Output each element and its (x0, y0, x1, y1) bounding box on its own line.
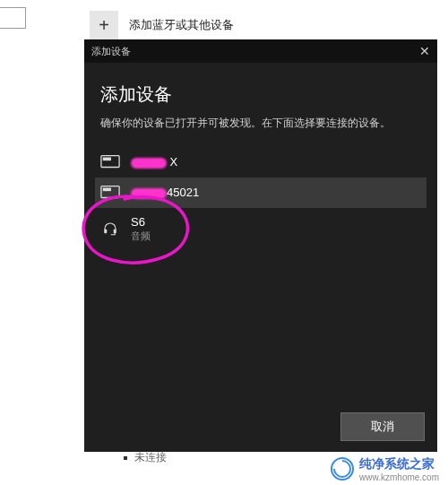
device-item-0[interactable]: X (95, 147, 426, 178)
device-name-0: X (131, 155, 177, 169)
svg-rect-4 (104, 230, 107, 234)
close-button[interactable]: ✕ (403, 44, 430, 58)
add-device-label: 添加蓝牙或其他设备 (129, 17, 234, 33)
plus-icon: + (90, 11, 118, 39)
display-icon (100, 154, 120, 170)
watermark-text: 纯净系统之家 www.kzmhome.com (359, 456, 439, 482)
watermark-url: www.kzmhome.com (359, 472, 439, 482)
redacted-mark (131, 158, 167, 169)
watermark-brand: 纯净系统之家 (359, 456, 439, 472)
bg-left-box (0, 7, 26, 29)
svg-rect-1 (103, 158, 111, 161)
dialog-titlebar: 添加设备 ✕ (84, 39, 437, 63)
device-name-1: 45021 (131, 186, 199, 200)
device-item-2[interactable]: S6 音频 (95, 208, 426, 250)
svg-rect-5 (114, 230, 116, 234)
logo-icon (331, 457, 354, 481)
dialog-title: 添加设备 (100, 82, 421, 107)
dialog-subtitle: 确保你的设备已打开并可被发现。在下面选择要连接的设备。 (100, 116, 421, 131)
device-name-2: S6 (131, 215, 151, 230)
device-item-1[interactable]: 45021 (95, 178, 426, 208)
device-subtitle-2: 音频 (131, 230, 151, 243)
display-icon (100, 185, 120, 201)
watermark: 纯净系统之家 www.kzmhome.com (0, 453, 448, 485)
svg-rect-3 (103, 188, 111, 192)
cancel-button[interactable]: 取消 (340, 412, 425, 441)
titlebar-text: 添加设备 (91, 45, 131, 58)
redacted-mark (131, 188, 167, 199)
add-device-dialog: 添加设备 ✕ 添加设备 确保你的设备已打开并可被发现。在下面选择要连接的设备。 … (84, 39, 437, 452)
device-text-2: S6 音频 (131, 215, 151, 243)
add-device-row[interactable]: + 添加蓝牙或其他设备 (90, 11, 234, 39)
headset-icon (100, 221, 120, 237)
dialog-body: 添加设备 确保你的设备已打开并可被发现。在下面选择要连接的设备。 X 45021 (84, 63, 437, 452)
